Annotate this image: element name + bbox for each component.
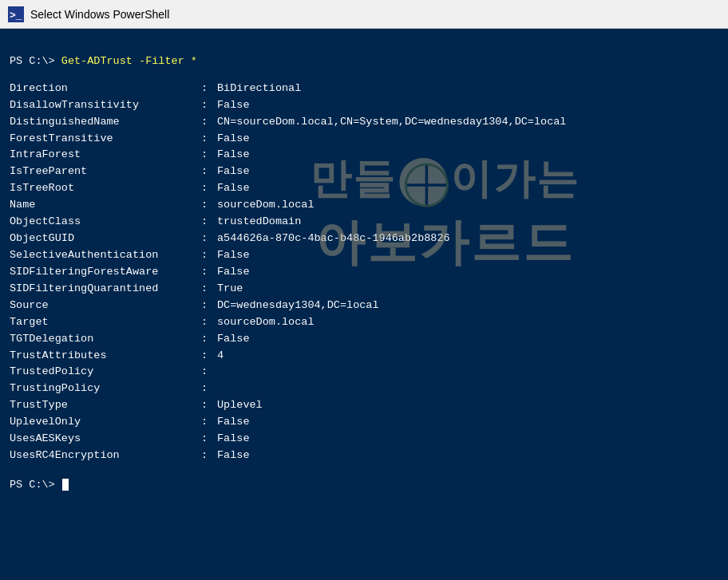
table-row: IntraForest: False	[10, 147, 718, 164]
terminal-window: 만들 이가는 아보가르드 PS C:\> Get-ADTrust -Filter…	[0, 29, 728, 580]
table-row: IsTreeParent: False	[10, 164, 718, 180]
table-row: TrustType: Uplevel	[10, 397, 718, 414]
terminal-content: PS C:\> Get-ADTrust -Filter *	[10, 37, 718, 87]
table-row: UsesAESKeys: False	[10, 431, 718, 448]
cursor	[62, 479, 69, 491]
svg-text:>_: >_	[10, 10, 22, 22]
window-title: Select Windows PowerShell	[30, 8, 169, 21]
properties-list: Direction: BiDirectional DisallowTransit…	[10, 81, 718, 464]
table-row: Name: sourceDom.local	[10, 197, 718, 214]
table-row: ObjectGUID: a544626a-870c-4bac-b48c-1946…	[10, 231, 718, 247]
end-prompt: PS C:\>	[10, 479, 61, 491]
table-row: ForestTransitive: False	[10, 131, 718, 148]
table-row-source: Source: DC=wednesday1304,DC=local	[10, 298, 718, 314]
powershell-icon: >_	[8, 6, 24, 22]
table-row: TGTDelegation: False	[10, 331, 718, 348]
table-row: IsTreeRoot: False	[10, 180, 718, 197]
table-row: ObjectClass: trustedDomain	[10, 214, 718, 231]
table-row: Target: sourceDom.local	[10, 314, 718, 331]
title-bar: >_ Select Windows PowerShell	[0, 0, 728, 29]
table-row: DistinguishedName: CN=sourceDom.local,CN…	[10, 114, 718, 131]
table-row: Direction: BiDirectional	[10, 81, 718, 97]
table-row: DisallowTransitivity: False	[10, 97, 718, 114]
table-row: SIDFilteringForestAware: False	[10, 264, 718, 281]
table-row: SelectiveAuthentication: False	[10, 247, 718, 264]
table-row: UplevelOnly: False	[10, 414, 718, 431]
table-row: TrustedPolicy:	[10, 364, 718, 381]
table-row: SIDFilteringQuarantined: True	[10, 281, 718, 298]
command-prompt: PS C:\> Get-ADTrust -Filter *	[10, 55, 197, 67]
table-row: TrustingPolicy:	[10, 381, 718, 397]
end-prompt-line: PS C:\>	[10, 479, 718, 491]
table-row: UsesRC4Encryption: False	[10, 448, 718, 464]
table-row: TrustAttributes: 4	[10, 348, 718, 365]
